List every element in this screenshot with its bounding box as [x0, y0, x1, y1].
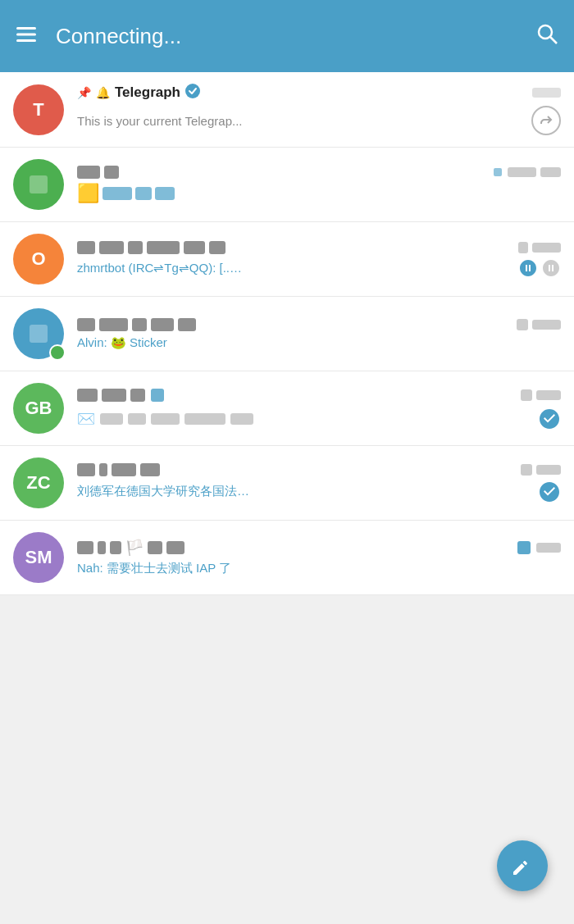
- preview-text-telegraph: This is your current Telegrap...: [77, 114, 531, 128]
- status-icon-5: [538, 407, 561, 430]
- preview-row-2: 🟨: [77, 183, 175, 204]
- preview-text-7: Nah: 需要壮士去测试 IAP 了: [77, 561, 561, 576]
- chat-content-6: 刘德军在德国大学研究各国法…: [77, 463, 561, 503]
- chat-content-5: ✉️: [77, 387, 561, 430]
- header: Connecting...: [0, 0, 574, 72]
- chat-name-telegraph: 📌 🔔 Telegraph: [77, 84, 532, 102]
- compose-fab[interactable]: [497, 840, 548, 891]
- svg-line-4: [550, 37, 557, 43]
- svg-rect-2: [16, 39, 36, 42]
- time-telegraph: [532, 88, 561, 98]
- chat-item-6[interactable]: ZC 刘德军在德国大学研究各国法…: [0, 446, 574, 521]
- avatar-4: [13, 308, 64, 359]
- menu-icon[interactable]: [16, 25, 36, 47]
- chat-content-4: Alvin: 🐸 Sticker: [77, 318, 561, 350]
- name-blurred-7: 🏳️: [77, 539, 184, 557]
- chat-item-7[interactable]: SM 🏳️ Nah: 需要壮士去测试 IAP 了: [0, 521, 574, 595]
- name-blurred-4: [77, 318, 196, 331]
- avatar-5: GB: [13, 383, 64, 434]
- preview-text-3: zhmrtbot (IRC⇌Tg⇌QQ): [..…: [77, 261, 513, 275]
- chat-content-2: 🟨: [77, 166, 561, 204]
- mic-icon: 🔔: [96, 86, 110, 99]
- share-button-telegraph[interactable]: [531, 106, 561, 135]
- preview-text-6: 刘德军在德国大学研究各国法…: [77, 484, 533, 499]
- svg-point-3: [539, 25, 552, 39]
- chat-item-5[interactable]: GB ✉️: [0, 371, 574, 446]
- svg-rect-6: [494, 168, 502, 176]
- chat-list: T 📌 🔔 Telegraph: [0, 72, 574, 595]
- avatar-3: O: [13, 234, 64, 284]
- avatar-telegraph: T: [13, 84, 64, 135]
- svg-rect-8: [517, 541, 531, 554]
- avatar-6: ZC: [13, 457, 64, 508]
- svg-rect-7: [151, 389, 164, 402]
- svg-rect-0: [16, 27, 36, 30]
- search-icon[interactable]: [536, 23, 558, 49]
- svg-point-5: [185, 84, 200, 98]
- svg-rect-1: [16, 34, 36, 36]
- telegraph-name-text: Telegraph: [115, 84, 180, 101]
- chat-item-2[interactable]: 🟨: [0, 148, 574, 222]
- avatar-7: SM: [13, 532, 64, 583]
- chat-item-telegraph[interactable]: T 📌 🔔 Telegraph: [0, 72, 574, 148]
- preview-row-telegraph: This is your current Telegrap...: [77, 106, 561, 135]
- verified-badge-telegraph: [185, 84, 200, 102]
- chat-content-7: 🏳️ Nah: 需要壮士去测试 IAP 了: [77, 539, 561, 576]
- chat-content-telegraph: 📌 🔔 Telegraph This is your current Teleg: [77, 84, 561, 135]
- compose-icon: [511, 854, 534, 877]
- chat-item-3[interactable]: O zhmrtbot (IRC⇌Tg⇌QQ): [..…: [0, 222, 574, 297]
- chat-content-3: zhmrtbot (IRC⇌Tg⇌QQ): [..…: [77, 241, 561, 278]
- name-blurred-2: [77, 166, 119, 179]
- avatar-2: [13, 159, 64, 210]
- preview-text-4: Alvin: 🐸 Sticker: [77, 335, 561, 350]
- name-blurred-3: [77, 241, 226, 254]
- name-blurred-6: [77, 463, 160, 476]
- status-icon-6: [538, 480, 561, 503]
- header-title: Connecting...: [56, 24, 536, 49]
- pin-icon: 📌: [77, 86, 91, 99]
- chat-item-4[interactable]: Alvin: 🐸 Sticker: [0, 297, 574, 371]
- preview-row-5: ✉️: [77, 410, 538, 428]
- name-blurred-5: [77, 387, 166, 403]
